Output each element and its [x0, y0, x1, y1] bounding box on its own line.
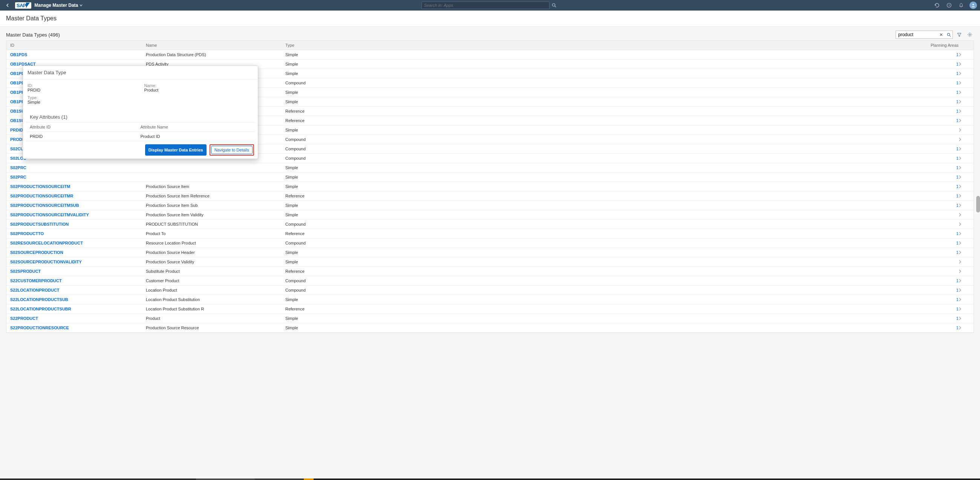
row-id-link[interactable]: S02RESOURCELOCATIONPRODUCT [10, 241, 146, 245]
table-row[interactable]: S22PRODUCTIONRESOURCE Production Source … [6, 323, 974, 333]
row-nav-button[interactable] [959, 260, 970, 264]
person-icon [971, 3, 975, 8]
row-id-link[interactable]: S02PRC [10, 165, 146, 170]
row-nav-button[interactable] [959, 307, 970, 311]
row-nav-button[interactable] [959, 53, 970, 57]
row-name: Production Source Item Reference [146, 194, 285, 198]
user-avatar[interactable] [969, 2, 977, 9]
row-nav-button[interactable] [959, 81, 970, 85]
notifications-button[interactable] [958, 2, 965, 9]
display-entries-button[interactable]: Display Master Data Entries [145, 144, 207, 156]
row-nav-button[interactable] [959, 203, 970, 207]
table-row[interactable]: S02PRODUCTIONSOURCEITMVALIDITY Productio… [6, 210, 974, 220]
help-button[interactable]: ? [945, 2, 953, 9]
row-id-link[interactable]: OB1PDS [10, 52, 146, 57]
row-id-link[interactable]: S02PRODUCTIONSOURCEITMVALIDITY [10, 213, 146, 217]
app-title-dropdown[interactable]: Manage Master Data [34, 3, 83, 8]
row-nav-button[interactable] [959, 91, 970, 94]
navigate-details-button[interactable]: Navigate to Details [211, 146, 253, 154]
row-nav-button[interactable] [959, 166, 970, 170]
row-id-link[interactable]: S02PRODUCTIONSOURCEITM [10, 184, 146, 189]
table-row[interactable]: S02PRODUCTTO Product To Reference 1 [6, 229, 974, 238]
svg-point-9 [969, 34, 970, 35]
row-nav-button[interactable] [959, 184, 970, 188]
row-nav-button[interactable] [959, 156, 970, 160]
table-row[interactable]: S22CUSTOMERPRODUCT Customer Product Comp… [6, 276, 974, 286]
row-type: Reference [285, 194, 924, 198]
table-row[interactable]: S22LOCATIONPRODUCTSUB Location Product S… [6, 295, 974, 304]
row-nav-button[interactable] [959, 128, 970, 132]
row-id-link[interactable]: S02PRODUCTIONSOURCEITMSUB [10, 203, 146, 208]
search-go-button[interactable] [945, 31, 953, 38]
row-id-link[interactable]: S02PRODUCTTO [10, 231, 146, 236]
row-nav-button[interactable] [959, 288, 970, 292]
row-nav-button[interactable] [959, 138, 970, 141]
chevron-right-icon [959, 119, 961, 122]
col-name[interactable]: Name [146, 43, 285, 48]
row-nav-button[interactable] [959, 251, 970, 254]
col-pa[interactable]: Planning Areas [924, 43, 959, 48]
refresh-button[interactable] [933, 2, 941, 9]
table-row[interactable]: S02SOURCEPRODUCTION Production Source He… [6, 248, 974, 257]
table-row[interactable]: S02SPRODUCT Substitute Product Reference [6, 267, 974, 276]
row-nav-button[interactable] [959, 147, 970, 151]
row-nav-button[interactable] [959, 326, 970, 330]
settings-button[interactable] [966, 30, 974, 39]
row-nav-button[interactable] [959, 232, 970, 235]
row-nav-button[interactable] [959, 100, 970, 103]
row-nav-button[interactable] [959, 316, 970, 320]
table-row[interactable]: S02PRODUCTIONSOURCEITMSUB Production Sou… [6, 201, 974, 210]
row-nav-button[interactable] [959, 213, 970, 217]
row-nav-button[interactable] [959, 62, 970, 66]
table-row[interactable]: OB1PDS Production Data Structure (PDS) S… [6, 50, 974, 60]
row-id-link[interactable]: S22LOCATIONPRODUCTSUB [10, 297, 146, 302]
table-row[interactable]: S02RESOURCELOCATIONPRODUCT Resource Loca… [6, 238, 974, 248]
row-nav-button[interactable] [959, 222, 970, 226]
table-row[interactable]: S22LOCATIONPRODUCTSUBR Location Product … [6, 304, 974, 314]
row-type: Compound [285, 222, 924, 226]
back-button[interactable] [3, 1, 12, 10]
col-id[interactable]: ID [10, 43, 146, 48]
row-id-link[interactable]: S02SOURCEPRODUCTIONVALIDITY [10, 260, 146, 264]
row-id-link[interactable]: S22PRODUCTIONRESOURCE [10, 326, 146, 330]
scrollbar-thumb[interactable] [976, 196, 980, 213]
global-search-button[interactable] [550, 2, 558, 9]
table-row[interactable]: S02PRODUCTIONSOURCEITMR Production Sourc… [6, 191, 974, 201]
global-search-input[interactable] [422, 2, 550, 9]
row-id-link[interactable]: S22CUSTOMERPRODUCT [10, 278, 146, 283]
row-nav-button[interactable] [959, 119, 970, 122]
row-nav-button[interactable] [959, 269, 970, 273]
row-nav-button[interactable] [959, 72, 970, 75]
row-id-link[interactable]: S02SPRODUCT [10, 269, 146, 273]
clear-search-button[interactable] [937, 31, 945, 38]
table-row[interactable]: S02SOURCEPRODUCTIONVALIDITY Production S… [6, 257, 974, 267]
row-id-link[interactable]: S22PRODUCT [10, 316, 146, 321]
id-label: ID: [27, 83, 137, 88]
sap-logo[interactable]: SAP [15, 2, 31, 9]
table-row[interactable]: S02PRC Simple 1 [6, 163, 974, 173]
row-nav-button[interactable] [959, 298, 970, 301]
table-row[interactable]: S22PRODUCT Product Simple 1 [6, 314, 974, 323]
table-row[interactable]: S22LOCATIONPRODUCT Location Product Comp… [6, 286, 974, 295]
row-id-link[interactable]: S22LOCATIONPRODUCT [10, 288, 146, 292]
row-nav-button[interactable] [959, 241, 970, 245]
row-nav-button[interactable] [959, 109, 970, 113]
row-id-link[interactable]: S02PRODUCTIONSOURCEITMR [10, 194, 146, 198]
row-id-link[interactable]: S02PRODUCTSUBSTITUTION [10, 222, 146, 226]
chevron-down-icon [80, 4, 83, 7]
row-type: Simple [285, 184, 924, 189]
row-id-link[interactable]: S22LOCATIONPRODUCTSUBR [10, 307, 146, 311]
row-nav-button[interactable] [959, 194, 970, 198]
type-label: Type: [27, 95, 137, 100]
row-id-link[interactable]: S02PRC [10, 175, 146, 180]
table-row[interactable]: S02PRODUCTSUBSTITUTION PRODUCT SUBSTITUT… [6, 220, 974, 229]
table-search-input[interactable] [896, 32, 937, 37]
table-row[interactable]: S02PRODUCTIONSOURCEITM Production Source… [6, 182, 974, 191]
filter-button[interactable] [955, 30, 963, 39]
row-id-link[interactable]: S02SOURCEPRODUCTION [10, 250, 146, 255]
row-nav-button[interactable] [959, 279, 970, 283]
col-type[interactable]: Type [285, 43, 924, 48]
row-nav-button[interactable] [959, 175, 970, 179]
table-row[interactable]: S02PRC Simple 1 [6, 173, 974, 182]
search-icon [947, 33, 951, 37]
